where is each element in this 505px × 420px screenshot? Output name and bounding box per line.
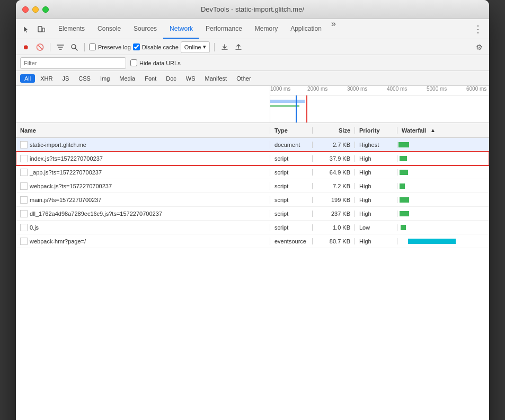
header-type[interactable]: Type	[270, 127, 313, 134]
filter-bar: Hide data URLs	[16, 55, 489, 71]
filter-font[interactable]: Font	[140, 74, 161, 83]
header-priority[interactable]: Priority	[355, 127, 397, 134]
row-waterfall	[397, 179, 489, 192]
header-name[interactable]: Name	[16, 127, 270, 134]
timeline-blue-bar	[270, 100, 305, 103]
minimize-button[interactable]	[32, 6, 39, 13]
hide-data-urls-checkbox[interactable]: Hide data URLs	[130, 59, 181, 66]
filter-js[interactable]: JS	[58, 74, 73, 83]
table-row[interactable]: webpack-hmr?page=/ eventsource 80.7 KB H…	[16, 234, 489, 248]
timeline-mark-3000: 3000 ms	[347, 86, 367, 92]
filter-ws[interactable]: WS	[182, 74, 200, 83]
filter-icon[interactable]	[55, 41, 66, 53]
row-type: script	[270, 211, 313, 217]
tab-sources[interactable]: Sources	[127, 19, 163, 39]
filter-doc[interactable]: Doc	[162, 74, 181, 83]
filter-input[interactable]	[20, 57, 126, 69]
devtools-content: Elements Console Sources Network Perform…	[16, 19, 489, 420]
row-file-icon	[20, 155, 28, 162]
search-icon[interactable]	[68, 41, 80, 53]
filter-css[interactable]: CSS	[74, 74, 95, 83]
cursor-icon[interactable]	[20, 23, 33, 36]
waterfall-bar	[400, 197, 409, 203]
waterfall-bar	[401, 225, 406, 230]
row-waterfall	[397, 234, 489, 248]
stop-button[interactable]: 🚫	[34, 41, 46, 53]
waterfall-bar	[400, 183, 405, 189]
timeline-red-line	[306, 95, 307, 122]
table-row[interactable]: main.js?ts=1572270700237 script 199 KB H…	[16, 193, 489, 207]
row-priority: High	[355, 183, 397, 189]
tab-application[interactable]: Application	[284, 19, 328, 39]
preserve-log-checkbox[interactable]: Preserve log	[89, 43, 131, 50]
sort-arrow-icon: ▲	[430, 127, 436, 133]
row-size: 37.9 KB	[313, 155, 355, 162]
table-row[interactable]: _app.js?ts=1572270700237 script 64.9 KB …	[16, 165, 489, 179]
filter-media[interactable]: Media	[115, 74, 139, 83]
devtools-menu-button[interactable]: ⋮	[471, 23, 485, 35]
timeline-blue-line	[296, 95, 297, 122]
tab-memory[interactable]: Memory	[249, 19, 284, 39]
tab-network[interactable]: Network	[163, 19, 199, 39]
waterfall-bar	[400, 170, 408, 175]
svg-point-2	[72, 45, 76, 49]
table-row[interactable]: 0.js script 1.0 KB Low	[16, 221, 489, 234]
table-row[interactable]: index.js?ts=1572270700237 script 37.9 KB…	[16, 152, 489, 165]
row-size: 1.0 KB	[313, 224, 355, 231]
settings-button[interactable]: ⚙	[473, 41, 485, 53]
row-size: 7.2 KB	[313, 183, 355, 189]
filter-all[interactable]: All	[20, 74, 35, 83]
table-row[interactable]: webpack.js?ts=1572270700237 script 7.2 K…	[16, 179, 489, 193]
filter-other[interactable]: Other	[232, 74, 255, 83]
row-priority: High	[355, 197, 397, 203]
row-type: script	[270, 224, 313, 231]
row-type: document	[270, 142, 313, 148]
row-size: 2.7 KB	[313, 142, 355, 148]
row-waterfall	[397, 152, 489, 165]
row-type: script	[270, 169, 313, 176]
row-file-icon	[20, 210, 28, 217]
header-waterfall[interactable]: Waterfall ▲	[397, 127, 489, 134]
filter-img[interactable]: Img	[96, 74, 114, 83]
close-button[interactable]	[22, 6, 29, 13]
row-name: index.js?ts=1572270700237	[16, 155, 270, 162]
device-icon[interactable]	[35, 23, 48, 36]
row-type: script	[270, 155, 313, 162]
tab-console[interactable]: Console	[91, 19, 127, 39]
timeline-scale: 1000 ms 2000 ms 3000 ms 4000 ms 5000 ms …	[270, 86, 489, 122]
network-table: Name Type Size Priority Waterfall ▲	[16, 123, 489, 420]
row-waterfall	[397, 138, 489, 151]
timeline-left-spacer	[16, 86, 270, 122]
timeline-mark-4000: 4000 ms	[387, 86, 407, 92]
nav-icons	[20, 23, 48, 36]
timeline-mark-5000: 5000 ms	[427, 86, 447, 92]
svg-rect-0	[38, 27, 42, 32]
record-button[interactable]: ⏺	[20, 41, 32, 53]
devtools-nav: Elements Console Sources Network Perform…	[16, 19, 489, 39]
row-priority: High	[355, 238, 397, 244]
export-button[interactable]	[233, 41, 244, 53]
row-waterfall	[397, 207, 489, 220]
row-size: 80.7 KB	[313, 238, 355, 244]
row-name: main.js?ts=1572270700237	[16, 196, 270, 204]
waterfall-bar	[398, 142, 409, 147]
tab-performance[interactable]: Performance	[199, 19, 249, 39]
row-name: 0.js	[16, 224, 270, 231]
filter-manifest[interactable]: Manifest	[201, 74, 232, 83]
row-priority: High	[355, 155, 397, 162]
row-waterfall	[397, 221, 489, 234]
import-button[interactable]	[219, 41, 231, 53]
window-title: DevTools - static-import.glitch.me/	[201, 5, 304, 13]
row-priority: Highest	[355, 142, 397, 148]
filter-xhr[interactable]: XHR	[36, 74, 57, 83]
maximize-button[interactable]	[42, 6, 49, 13]
header-size[interactable]: Size	[313, 127, 355, 134]
row-type: eventsource	[270, 238, 313, 244]
more-tabs-button[interactable]: »	[328, 19, 339, 39]
table-row[interactable]: dll_1762a4d98a7289ec16c9.js?ts=157227070…	[16, 207, 489, 221]
tab-elements[interactable]: Elements	[52, 19, 91, 39]
table-row[interactable]: static-import.glitch.me document 2.7 KB …	[16, 138, 489, 152]
disable-cache-checkbox[interactable]: Disable cache	[133, 43, 179, 50]
row-file-icon	[20, 182, 28, 190]
throttle-dropdown[interactable]: Online ▾	[181, 41, 210, 53]
